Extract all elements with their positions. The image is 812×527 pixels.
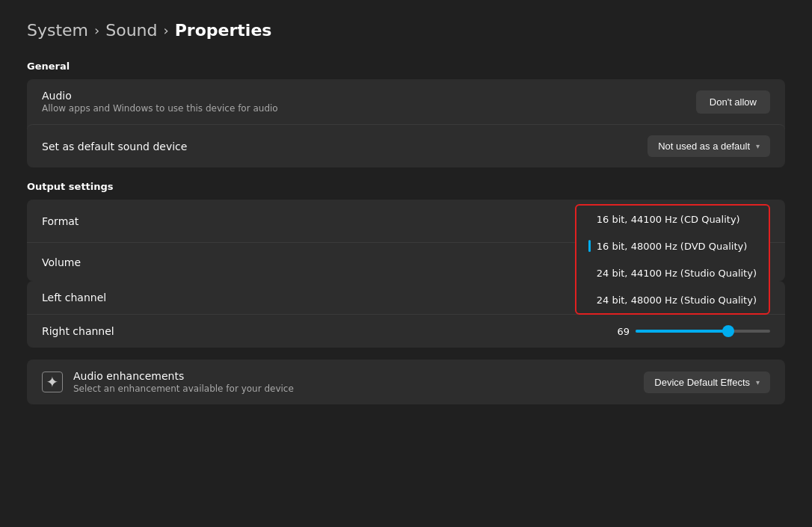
format-option-label-2: 24 bit, 44100 Hz (Studio Quality) xyxy=(597,268,757,279)
format-indicator-3 xyxy=(588,294,591,306)
general-section-title: General xyxy=(27,61,785,72)
format-label: Format xyxy=(42,215,79,227)
format-option-1[interactable]: 16 bit, 48000 Hz (DVD Quality) xyxy=(576,232,769,259)
enhancements-sublabel: Select an enhancement available for your… xyxy=(73,383,294,394)
breadcrumb-sep-2: › xyxy=(164,22,169,38)
format-option-3[interactable]: 24 bit, 48000 Hz (Studio Quality) xyxy=(576,286,769,313)
enhancements-icon: ✦ xyxy=(42,372,63,392)
audio-label: Audio xyxy=(42,90,278,102)
breadcrumb-system[interactable]: System xyxy=(27,21,88,40)
enhancements-label-group: Audio enhancements Select an enhancement… xyxy=(73,370,294,394)
output-section-title: Output settings xyxy=(27,181,785,192)
breadcrumb-sep-1: › xyxy=(94,22,99,38)
format-indicator-2 xyxy=(588,267,591,279)
default-device-chevron: ▾ xyxy=(756,142,760,150)
right-channel-row: Right channel 69 xyxy=(27,315,785,348)
right-channel-label: Right channel xyxy=(42,325,114,337)
left-channel-label: Left channel xyxy=(42,292,106,303)
default-device-value: Not used as a default xyxy=(658,141,750,152)
format-row: Format Test 16 bit, 44100 Hz (CD Quality… xyxy=(27,200,785,242)
format-indicator-0 xyxy=(588,213,591,225)
format-dropdown[interactable]: 16 bit, 44100 Hz (CD Quality) 16 bit, 48… xyxy=(575,204,770,315)
enhancements-dropdown-value: Device Default Effects xyxy=(654,377,750,388)
format-indicator-1 xyxy=(588,240,591,252)
breadcrumb: System › Sound › Properties xyxy=(27,21,785,40)
output-card: Format Test 16 bit, 44100 Hz (CD Quality… xyxy=(27,200,785,281)
default-device-label: Set as default sound device xyxy=(42,141,187,152)
right-channel-slider-container: 69 xyxy=(612,326,770,337)
volume-label: Volume xyxy=(42,256,81,268)
default-device-dropdown[interactable]: Not used as a default ▾ xyxy=(648,135,770,157)
format-option-label-1: 16 bit, 48000 Hz (DVD Quality) xyxy=(597,241,748,252)
right-channel-value: 69 xyxy=(612,326,630,337)
breadcrumb-properties: Properties xyxy=(175,21,272,40)
dont-allow-button[interactable]: Don't allow xyxy=(696,90,770,114)
settings-page: System › Sound › Properties General Audi… xyxy=(0,0,812,527)
format-option-label-0: 16 bit, 44100 Hz (CD Quality) xyxy=(597,214,740,225)
enhancements-label: Audio enhancements xyxy=(73,370,294,382)
audio-row: Audio Allow apps and Windows to use this… xyxy=(27,79,785,124)
enhancements-left: ✦ Audio enhancements Select an enhanceme… xyxy=(42,370,294,394)
general-card: Audio Allow apps and Windows to use this… xyxy=(27,79,785,167)
output-section: Output settings Format Test 16 bit, 4410… xyxy=(27,181,785,348)
right-channel-thumb[interactable] xyxy=(722,325,734,337)
format-option-0[interactable]: 16 bit, 44100 Hz (CD Quality) xyxy=(576,206,769,232)
format-option-label-3: 24 bit, 48000 Hz (Studio Quality) xyxy=(597,295,757,306)
audio-sublabel: Allow apps and Windows to use this devic… xyxy=(42,103,278,114)
format-right: Test 16 bit, 44100 Hz (CD Quality) 16 bi… xyxy=(725,210,770,232)
default-device-row: Set as default sound device Not used as … xyxy=(27,124,785,167)
breadcrumb-sound[interactable]: Sound xyxy=(105,21,157,40)
enhancements-chevron: ▾ xyxy=(756,378,760,386)
enhancements-dropdown[interactable]: Device Default Effects ▾ xyxy=(644,372,770,393)
right-channel-fill xyxy=(636,330,728,333)
right-channel-slider[interactable] xyxy=(636,330,770,333)
audio-label-group: Audio Allow apps and Windows to use this… xyxy=(42,90,278,114)
format-option-2[interactable]: 24 bit, 44100 Hz (Studio Quality) xyxy=(576,259,769,286)
enhancements-card: ✦ Audio enhancements Select an enhanceme… xyxy=(27,360,785,404)
